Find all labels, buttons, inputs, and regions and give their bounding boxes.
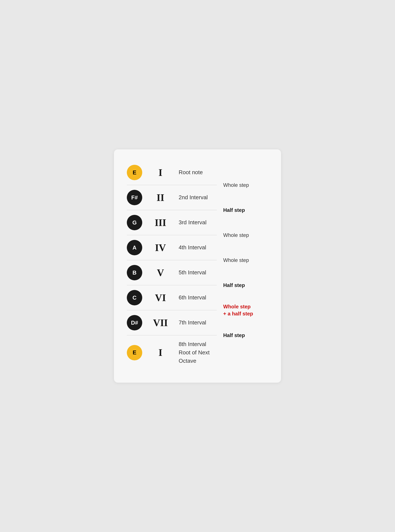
- interval-label-4: 4th Interval: [179, 244, 206, 251]
- note-row-3: G III 3rd Interval: [127, 210, 217, 235]
- roman-numeral-3: III: [149, 217, 172, 228]
- note-circle-b: B: [127, 265, 142, 280]
- note-row-5: B V 5th Interval: [127, 260, 217, 285]
- step-label-5: Half step: [219, 282, 245, 288]
- roman-numeral-5: V: [149, 267, 172, 278]
- step-label-2: Half step: [219, 207, 245, 213]
- interval-label-3: 3rd Interval: [179, 219, 207, 226]
- note-circle-fsharp: F#: [127, 190, 142, 205]
- interval-label-8: 8th IntervalRoot of Next Octave: [179, 340, 217, 365]
- note-circle-g: G: [127, 215, 142, 230]
- roman-numeral-6: VI: [149, 292, 172, 303]
- step-label-4: Whole step: [219, 257, 249, 263]
- note-circle-c: C: [127, 290, 142, 305]
- note-row-8: E I 8th IntervalRoot of Next Octave: [127, 335, 217, 370]
- roman-numeral-7: VII: [149, 317, 172, 328]
- roman-numeral-2: II: [149, 192, 172, 203]
- note-row-4: A IV 4th Interval: [127, 235, 217, 260]
- step-label-6: Whole step+ a half step: [219, 303, 253, 317]
- roman-numeral-1: I: [149, 167, 172, 178]
- step-label-3: Whole step: [219, 232, 249, 238]
- roman-numeral-8: I: [149, 347, 172, 358]
- note-circle-dsharp: D#: [127, 315, 142, 330]
- note-row-6: C VI 6th Interval: [127, 285, 217, 310]
- step-label-7: Half step: [219, 332, 245, 338]
- note-circle-e-octave: E: [127, 345, 142, 360]
- interval-label-7: 7th Interval: [179, 319, 206, 326]
- note-row-2: F# II 2nd Interval: [127, 185, 217, 210]
- interval-label-2: 2nd Interval: [179, 194, 208, 201]
- step-label-1: Whole step: [219, 182, 249, 188]
- note-row-1: E I Root note: [127, 160, 217, 185]
- scale-card: E I Root note Whole step F# II 2nd Inter…: [114, 149, 281, 383]
- note-row-7: D# VII 7th Interval: [127, 310, 217, 335]
- interval-label-1: Root note: [179, 169, 203, 176]
- interval-label-5: 5th Interval: [179, 269, 206, 276]
- interval-label-6: 6th Interval: [179, 294, 206, 301]
- note-circle-a: A: [127, 240, 142, 255]
- note-circle-e-root: E: [127, 165, 142, 180]
- roman-numeral-4: IV: [149, 242, 172, 253]
